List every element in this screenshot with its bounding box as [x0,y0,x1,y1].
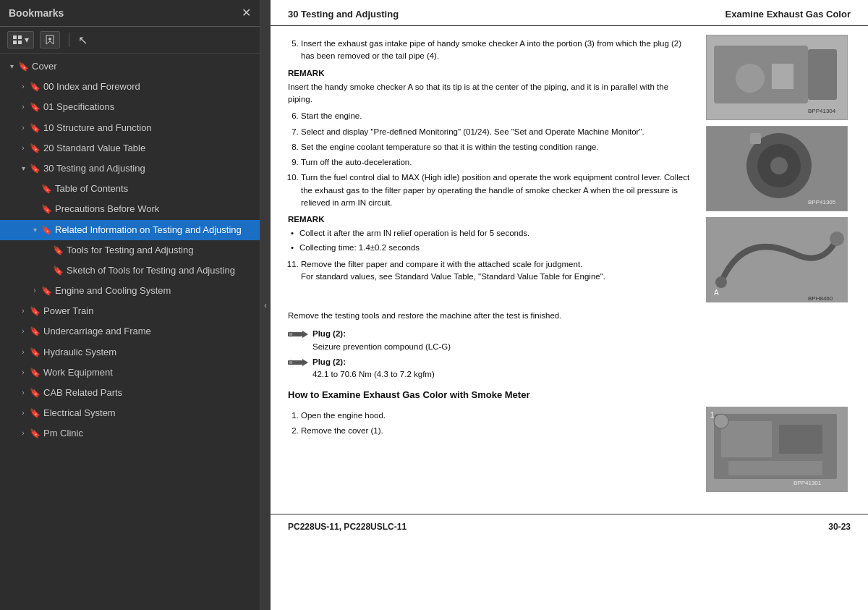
bookmark-30-icon: 🔖 [29,163,41,175]
layout-button[interactable]: ▾ [7,31,34,48]
remark1-text: Insert the handy smoke checker A so that… [288,81,694,106]
bookmark-10-icon: 🔖 [29,122,41,135]
svg-point-34 [714,414,728,428]
sidebar-item-label-power: Power Train [43,305,254,318]
svg-rect-18 [707,217,847,302]
step-8-text: Set the engine coolant temperature so th… [301,143,599,151]
close-button[interactable]: ✕ [242,7,251,19]
sidebar-item-label-00: 00 Index and Foreword [43,80,254,93]
footer-right: 30-23 [828,522,851,532]
image-1: BPP41304 [706,35,848,120]
bookmark-engine-icon: 🔖 [41,285,52,297]
bookmarks-panel: Bookmarks ✕ ▾ ↖ ▾ 🔖 Cover [0,0,260,610]
layout-icon [12,35,22,45]
sidebar-item-hydraulic[interactable]: › 🔖 Hydraulic System [0,342,260,363]
sidebar-item-label-cab: CAB Related Parts [43,386,254,399]
sidebar-item-label-under: Undercarriage and Frame [43,325,254,338]
sidebar-item-engine-cooling[interactable]: › 🔖 Engine and Cooling System [0,281,260,301]
bookmark-add-button[interactable] [40,31,60,48]
svg-rect-33 [728,461,822,475]
sidebar-item-30-testing[interactable]: ▾ 🔖 30 Testing and Adjusting [0,158,260,179]
bookmark-icon [45,35,55,45]
sidebar-item-sketch-tools[interactable]: › 🔖 Sketch of Tools for Testing and Adju… [0,260,260,281]
bookmark-20-icon: 🔖 [29,143,41,155]
step-6-text: Start the engine. [301,111,362,120]
arrow-electrical: › [17,408,29,418]
sidebar-item-00-index[interactable]: › 🔖 00 Index and Foreword [0,77,260,97]
remark2-label: REMARK [288,213,694,226]
sidebar-item-work-equipment[interactable]: › 🔖 Work Equipment [0,363,260,383]
panel-header: Bookmarks ✕ [0,0,260,27]
main-content-row: Insert the exhaust gas intake pipe of ha… [288,35,851,302]
sidebar-item-01-spec[interactable]: › 🔖 01 Specifications [0,97,260,117]
image-4: 1 BPP41301 [706,407,848,492]
sidebar-item-cab-related[interactable]: › 🔖 CAB Related Parts [0,383,260,403]
smoke-text-col: Open the engine hood. Remove the cover (… [288,407,694,492]
step-8: Set the engine coolant temperature so th… [301,141,694,153]
steps-list-3: Remove the filter paper and compare it w… [288,258,694,284]
sidebar-item-power-train[interactable]: › 🔖 Power Train [0,301,260,321]
bookmark-sketch-icon: 🔖 [52,265,64,277]
plug1-content: Plug (2): Seizure prevention compound (L… [312,328,451,353]
sidebar-item-precautions[interactable]: › 🔖 Precautions Before Work [0,199,260,219]
sidebar-item-pm-clinic[interactable]: › 🔖 Pm Clinic [0,423,260,444]
doc-footer: PC228US-11, PC228USLC-11 30-23 [271,514,868,539]
bookmark-00-icon: 🔖 [29,81,41,93]
step-11-note: For standard values, see Standard Value … [301,272,605,281]
doc-header-right: Examine Exhaust Gas Color [726,9,851,20]
smoke-step-2-text: Remove the cover (1). [301,426,383,435]
panel-collapse-handle[interactable]: ‹ [260,0,271,610]
sidebar-item-table-contents[interactable]: › 🔖 Table of Contents [0,179,260,199]
step-10: Turn the fuel control dial to MAX (High … [301,171,694,209]
sidebar-item-label-work: Work Equipment [43,366,254,379]
dropdown-arrow: ▾ [25,35,29,45]
plug2-row: Plug (2): 42.1 to 70.6 Nm (4.3 to 7.2 kg… [288,356,851,381]
sidebar-item-tools-testing[interactable]: › 🔖 Tools for Testing and Adjusting [0,240,260,260]
svg-point-9 [736,64,765,93]
sidebar-item-cover[interactable]: ▾ 🔖 Cover [0,56,260,77]
arrow-hydraulic: › [17,347,29,357]
sidebar-item-label-prec: Precautions Before Work [55,203,254,216]
steps-list-2: Start the engine. Select and display "Pr… [288,110,694,209]
svg-rect-32 [779,425,822,454]
bookmark-hydraulic-icon: 🔖 [29,347,41,359]
sidebar-item-label-20: 20 Standard Value Table [43,142,254,155]
svg-marker-24 [302,331,308,338]
toolbar: ▾ ↖ [0,27,260,54]
image-2-graphic: BPP41305 [707,126,847,211]
sidebar-item-label-pm: Pm Clinic [43,427,254,440]
plug2-content: Plug (2): 42.1 to 70.6 Nm (4.3 to 7.2 kg… [312,356,435,381]
remark1-label: REMARK [288,67,694,80]
svg-rect-31 [721,421,772,457]
cursor-icon: ↖ [78,33,88,47]
svg-point-15 [770,157,788,174]
sidebar-item-related-info[interactable]: ▾ 🔖 Related Information on Testing and A… [0,220,260,240]
sidebar-item-20-standard[interactable]: › 🔖 20 Standard Value Table [0,138,260,158]
sidebar-item-10-structure[interactable]: › 🔖 10 Structure and Function [0,118,260,138]
bookmark-work-icon: 🔖 [29,367,41,379]
step-10-text: Turn the fuel control dial to MAX (High … [301,173,689,207]
wrench-icon-1 [288,329,308,339]
svg-text:1: 1 [710,411,715,419]
images-column: BPP41304 BPP41305 [706,35,851,302]
arrow-00: › [17,82,29,92]
bookmark-cover-icon: 🔖 [17,61,29,73]
panel-title: Bookmarks [9,7,64,19]
divider [69,33,69,47]
arrow-01: › [17,102,29,112]
sidebar-item-electrical[interactable]: › 🔖 Electrical System [0,403,260,423]
plug2-label: Plug (2): [312,356,435,368]
sidebar-item-label-tools: Tools for Testing and Adjusting [67,244,254,257]
image-3-graphic: A BPH8460 [707,217,847,302]
sidebar-item-label-10: 10 Structure and Function [43,122,254,135]
remark2-bullet2: Collecting time: 1.4±0.2 seconds [288,242,694,254]
text-column: Insert the exhaust gas intake pipe of ha… [288,35,694,302]
sidebar-item-undercarriage[interactable]: › 🔖 Undercarriage and Frame [0,321,260,342]
step-9-text: Turn off the auto-deceleration. [301,158,412,166]
footer-left: PC228US-11, PC228USLC-11 [288,522,407,532]
bookmark-toc-icon: 🔖 [41,183,52,195]
sidebar-item-label-sketch: Sketch of Tools for Testing and Adjustin… [67,264,254,277]
sidebar-item-label-cover: Cover [32,60,254,73]
bookmark-pm-icon: 🔖 [29,428,41,440]
svg-point-19 [830,232,844,246]
